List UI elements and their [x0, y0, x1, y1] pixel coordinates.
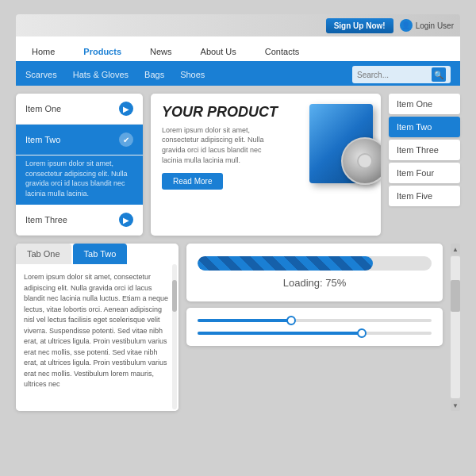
list-item-one[interactable]: Item One ▶	[16, 94, 143, 125]
right-item-four[interactable]: Item Four	[389, 163, 460, 183]
bottom-area: Tab One Tab Two Lorem ipsum dolor sit am…	[16, 244, 460, 411]
list-item-three[interactable]: Item Three ▶	[16, 205, 143, 236]
nav-news[interactable]: News	[144, 42, 178, 63]
sub-nav: Scarves Hats & Gloves Bags Shoes 🔍	[16, 63, 460, 86]
scroll-up-button[interactable]: ▲	[451, 244, 460, 255]
tab-content: Lorem ipsum dolor sit amet, consectetur …	[16, 264, 178, 411]
tab-scrollbar-thumb[interactable]	[172, 280, 177, 312]
list-item-two[interactable]: Item Two ✔	[16, 125, 143, 155]
subnav-shoes[interactable]: Shoes	[180, 70, 205, 79]
search-wrap: 🔍	[352, 66, 451, 83]
product-description: Lorem ipsum dolor sit amet, consectetur …	[162, 125, 265, 165]
list-item-two-arrow: ✔	[119, 132, 133, 147]
slider-row-1	[198, 319, 432, 322]
search-input[interactable]	[357, 71, 428, 79]
tab-body-text: Lorem ipsum dolor sit amet, consectetur …	[24, 273, 168, 388]
tab-one-button[interactable]: Tab One	[16, 244, 71, 264]
scroll-down-button[interactable]: ▼	[451, 400, 460, 411]
slider-card	[186, 308, 443, 346]
list-panel: Item One ▶ Item Two ✔ Lorem ipsum dolor …	[16, 94, 143, 236]
content-area: Item One ▶ Item Two ✔ Lorem ipsum dolor …	[16, 94, 460, 236]
list-item-two-label: Item Two	[25, 135, 60, 144]
slider-row-2	[198, 332, 432, 335]
slider-fill-1	[198, 319, 291, 322]
user-icon: 👤	[400, 19, 413, 32]
scroll-thumb[interactable]	[451, 280, 460, 312]
product-panel: YOUR PRODUCT Lorem ipsum dolor sit amet,…	[151, 94, 381, 236]
search-button[interactable]: 🔍	[432, 67, 446, 82]
tab-two-button[interactable]: Tab Two	[73, 244, 128, 264]
progress-bar-fill	[198, 256, 373, 271]
nav-about[interactable]: About Us	[194, 42, 243, 63]
list-item-one-arrow: ▶	[119, 102, 133, 116]
nav-home[interactable]: Home	[25, 42, 61, 63]
progress-bar-wrap	[198, 256, 432, 271]
subnav-hats[interactable]: Hats & Gloves	[73, 70, 129, 79]
login-label: Login User	[416, 21, 454, 30]
list-item-one-label: Item One	[25, 104, 61, 113]
list-item-two-subtext: Lorem ipsum dolor sit amet, consectetur …	[16, 155, 143, 205]
login-user-link[interactable]: 👤 Login User	[400, 19, 454, 32]
vertical-scrollbar[interactable]: ▲ ▼	[451, 244, 460, 411]
right-item-two[interactable]: Item Two	[389, 117, 460, 137]
right-item-five[interactable]: Item Five	[389, 186, 460, 206]
nav-contacts[interactable]: Contacts	[259, 42, 305, 63]
loading-panel: Loading: 75%	[186, 244, 443, 411]
top-bar: Sign Up Now! 👤 Login User	[16, 14, 460, 36]
read-more-button[interactable]: Read More	[162, 173, 223, 190]
product-image	[301, 98, 381, 193]
slider-track-2[interactable]	[198, 332, 432, 335]
slider-thumb-1[interactable]	[286, 316, 296, 325]
subnav-scarves[interactable]: Scarves	[25, 70, 57, 79]
nav-products[interactable]: Products	[77, 42, 128, 63]
list-item-three-arrow: ▶	[119, 213, 133, 227]
right-item-one[interactable]: Item One	[389, 94, 460, 114]
right-item-three[interactable]: Item Three	[389, 140, 460, 160]
tab-scrollbar[interactable]	[172, 264, 177, 409]
slider-track-1[interactable]	[198, 319, 432, 322]
scroll-track[interactable]	[451, 256, 460, 398]
tab-panel: Tab One Tab Two Lorem ipsum dolor sit am…	[16, 244, 178, 411]
tab-header: Tab One Tab Two	[16, 244, 178, 264]
nav-bar: Home Products News About Us Contacts	[16, 36, 460, 63]
signup-button[interactable]: Sign Up Now!	[326, 18, 393, 33]
subnav-bags[interactable]: Bags	[144, 70, 164, 79]
loading-text: Loading: 75%	[198, 277, 432, 289]
slider-thumb-2[interactable]	[357, 328, 367, 338]
slider-fill-2	[198, 332, 362, 335]
loading-card: Loading: 75%	[186, 244, 443, 301]
right-list-panel: Item One Item Two Item Three Item Four I…	[389, 94, 460, 236]
list-item-three-label: Item Three	[25, 215, 67, 225]
